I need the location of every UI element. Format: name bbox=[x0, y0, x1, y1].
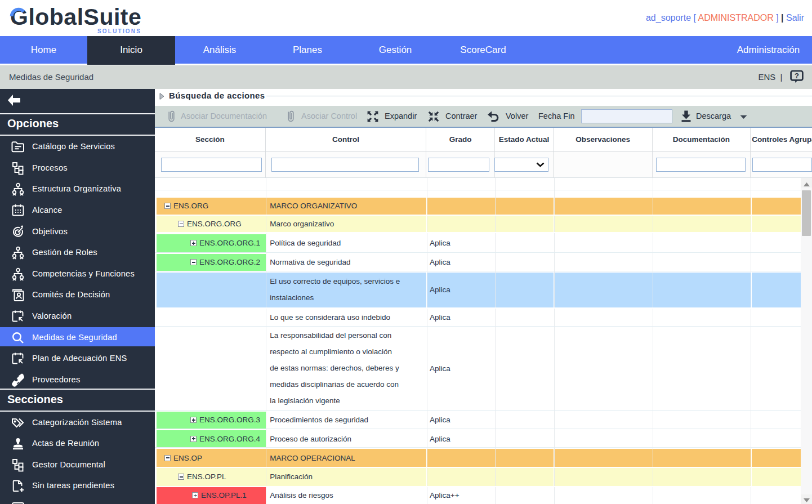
svg-text:?: ? bbox=[795, 72, 799, 80]
